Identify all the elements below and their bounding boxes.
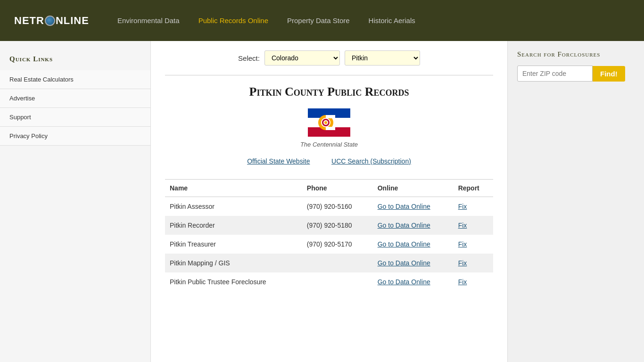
nav-environmental-data[interactable]: Environmental Data [117, 16, 180, 25]
official-state-website-link[interactable]: Official State Website [247, 157, 310, 165]
cell-name: Pitkin Assessor [165, 197, 302, 216]
foreclosure-title: Search for Forclosures [517, 50, 635, 58]
sidebar-item-advertise[interactable]: Advertise [0, 89, 150, 108]
main-content: Select: Colorado Pitkin Pitkin County Pu… [151, 41, 507, 362]
cell-online: Go to Data Online [373, 235, 454, 254]
cell-report: Fix [454, 235, 493, 254]
cell-report: Fix [454, 254, 493, 272]
cell-phone: (970) 920-5170 [302, 235, 373, 254]
svg-rect-6 [326, 127, 335, 130]
sidebar: Quick Links Real Estate Calculators Adve… [0, 41, 151, 362]
select-area: Select: Colorado Pitkin [165, 50, 493, 66]
cell-online: Go to Data Online [373, 272, 454, 291]
cell-phone: (970) 920-5160 [302, 197, 373, 216]
colorado-flag [308, 108, 350, 137]
sidebar-item-privacy[interactable]: Privacy Policy [0, 127, 150, 146]
col-online: Online [373, 180, 454, 197]
select-label: Select: [238, 54, 260, 62]
state-select[interactable]: Colorado [264, 50, 340, 66]
sidebar-item-support[interactable]: Support [0, 108, 150, 127]
cell-online: Go to Data Online [373, 216, 454, 235]
state-caption: The Centennial State [165, 141, 493, 148]
col-report: Report [454, 180, 493, 197]
main-nav: Environmental Data Public Records Online… [117, 16, 415, 25]
main-layout: Quick Links Real Estate Calculators Adve… [0, 41, 644, 362]
records-table: Name Phone Online Report Pitkin Assessor… [165, 179, 493, 291]
table-row: Pitkin Public Trustee ForeclosureGo to D… [165, 272, 493, 291]
cell-report: Fix [454, 197, 493, 216]
sidebar-title: Quick Links [0, 50, 150, 70]
cell-name: Pitkin Public Trustee Foreclosure [165, 272, 302, 291]
cell-phone [302, 254, 373, 272]
table-row: Pitkin Mapping / GISGo to Data OnlineFix [165, 254, 493, 272]
table-row: Pitkin Recorder(970) 920-5180Go to Data … [165, 216, 493, 235]
go-to-data-online-link[interactable]: Go to Data Online [378, 278, 430, 286]
go-to-data-online-link[interactable]: Go to Data Online [378, 259, 430, 267]
fix-link[interactable]: Fix [458, 222, 467, 229]
col-phone: Phone [302, 180, 373, 197]
globe-icon [45, 16, 55, 26]
fix-link[interactable]: Fix [458, 259, 467, 267]
table-row: Pitkin Treasurer(970) 920-5170Go to Data… [165, 235, 493, 254]
cell-name: Pitkin Treasurer [165, 235, 302, 254]
table-header-row: Name Phone Online Report [165, 180, 493, 197]
header: NETRNLINE Environmental Data Public Reco… [0, 0, 644, 41]
right-sidebar: Search for Forclosures Find! [507, 41, 644, 362]
find-button[interactable]: Find! [593, 66, 625, 82]
flag-area: The Centennial State [165, 108, 493, 148]
svg-point-9 [324, 121, 327, 124]
go-to-data-online-link[interactable]: Go to Data Online [378, 203, 430, 210]
col-name: Name [165, 180, 302, 197]
ucc-search-link[interactable]: UCC Search (Subscription) [331, 157, 411, 165]
county-title: Pitkin County Public Records [165, 85, 493, 99]
go-to-data-online-link[interactable]: Go to Data Online [378, 222, 430, 229]
go-to-data-online-link[interactable]: Go to Data Online [378, 240, 430, 248]
cell-report: Fix [454, 216, 493, 235]
county-select[interactable]: Pitkin [345, 50, 420, 66]
sidebar-item-real-estate[interactable]: Real Estate Calculators [0, 70, 150, 89]
logo: NETRNLINE [14, 15, 89, 27]
nav-historic-aerials[interactable]: Historic Aerials [369, 16, 415, 25]
fix-link[interactable]: Fix [458, 240, 467, 248]
cell-report: Fix [454, 272, 493, 291]
nav-public-records-online[interactable]: Public Records Online [198, 16, 268, 25]
table-row: Pitkin Assessor(970) 920-5160Go to Data … [165, 197, 493, 216]
cell-name: Pitkin Mapping / GIS [165, 254, 302, 272]
fix-link[interactable]: Fix [458, 203, 467, 210]
records-tbody: Pitkin Assessor(970) 920-5160Go to Data … [165, 197, 493, 292]
cell-phone: (970) 920-5180 [302, 216, 373, 235]
cell-online: Go to Data Online [373, 254, 454, 272]
state-links: Official State Website UCC Search (Subsc… [165, 157, 493, 165]
divider [165, 75, 493, 75]
svg-rect-5 [326, 115, 335, 118]
cell-phone [302, 272, 373, 291]
zip-input[interactable] [517, 66, 593, 82]
zip-row: Find! [517, 66, 635, 82]
nav-property-data-store[interactable]: Property Data Store [287, 16, 350, 25]
cell-online: Go to Data Online [373, 197, 454, 216]
cell-name: Pitkin Recorder [165, 216, 302, 235]
fix-link[interactable]: Fix [458, 278, 467, 286]
